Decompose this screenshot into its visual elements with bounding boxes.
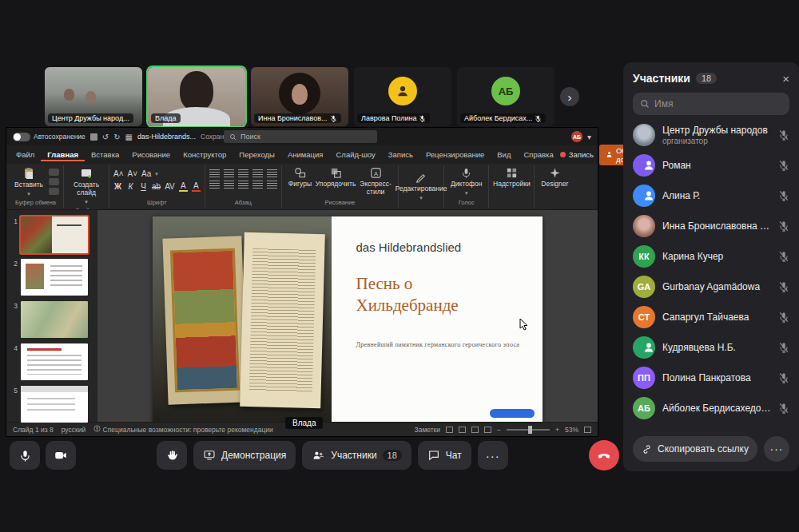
indent-increase-icon[interactable] bbox=[252, 169, 263, 177]
numbering-icon[interactable] bbox=[224, 169, 234, 177]
bullets-icon[interactable] bbox=[209, 169, 220, 177]
underline-button[interactable]: Ч bbox=[139, 182, 148, 191]
undo-icon[interactable]: ↺ bbox=[102, 133, 109, 141]
language-indicator[interactable]: русский bbox=[62, 426, 86, 434]
align-left-icon[interactable] bbox=[209, 181, 220, 189]
cut-icon[interactable] bbox=[49, 169, 59, 176]
slide-thumbnail[interactable] bbox=[21, 301, 88, 338]
justify-icon[interactable] bbox=[252, 181, 263, 189]
font-color-button[interactable]: A bbox=[192, 181, 201, 192]
accessibility-status[interactable]: Специальные возможности: проверьте реком… bbox=[93, 425, 273, 434]
ribbon-tab[interactable]: Справка bbox=[517, 148, 559, 161]
clear-format-icon[interactable]: Aa bbox=[141, 169, 151, 178]
participant-row[interactable]: КККарина Кучер bbox=[633, 241, 789, 272]
new-slide-button[interactable]: Создать слайд▾ bbox=[68, 166, 105, 206]
participant-row[interactable]: Инна Брониславовна Акин... bbox=[633, 211, 789, 241]
char-spacing-icon[interactable]: AV bbox=[165, 182, 175, 191]
ribbon-tab[interactable]: Файл bbox=[10, 148, 41, 161]
ribbon-tab[interactable]: Конструктор bbox=[177, 148, 233, 161]
record-button[interactable]: Запись bbox=[560, 150, 594, 159]
participants-button[interactable]: Участники 18 bbox=[302, 441, 411, 470]
addins-button[interactable]: Надстройки bbox=[493, 166, 530, 189]
bold-button[interactable]: Ж bbox=[113, 182, 122, 191]
save-icon[interactable] bbox=[90, 133, 97, 141]
raise-hand-button[interactable] bbox=[157, 441, 187, 470]
screen-share-button[interactable]: Демонстрация bbox=[193, 441, 296, 470]
slide-thumbnail[interactable] bbox=[21, 259, 88, 296]
video-tile[interactable]: Влада bbox=[148, 67, 245, 126]
next-participants-button[interactable]: › bbox=[560, 87, 579, 106]
slide-sorter-icon[interactable] bbox=[459, 427, 466, 433]
zoom-in-button[interactable]: + bbox=[555, 426, 559, 434]
copy-link-button[interactable]: Скопировать ссылку bbox=[633, 436, 757, 462]
participant-search-input[interactable] bbox=[654, 98, 782, 109]
participant-row[interactable]: Кудрявцева Н.Б. bbox=[633, 332, 789, 363]
align-right-icon[interactable] bbox=[238, 181, 248, 189]
video-tile[interactable]: АБАйболек Бердисах... bbox=[457, 67, 555, 126]
account-badge[interactable]: АБ bbox=[571, 131, 582, 142]
microphone-button[interactable] bbox=[10, 441, 40, 470]
quick-styles-button[interactable]: A Экспресс-стили bbox=[357, 166, 394, 197]
slide-thumbnail[interactable] bbox=[21, 216, 88, 253]
font-size-down-icon[interactable]: A˅ bbox=[128, 169, 138, 178]
align-center-icon[interactable] bbox=[224, 181, 234, 189]
zoom-level[interactable]: 53% bbox=[565, 426, 578, 434]
ribbon-tab[interactable]: Главная bbox=[41, 148, 85, 161]
line-spacing-icon[interactable] bbox=[267, 169, 277, 177]
ribbon-tab[interactable]: Слайд-шоу bbox=[330, 148, 382, 161]
chat-button[interactable]: Чат bbox=[418, 441, 471, 470]
designer-button[interactable]: Designer bbox=[539, 166, 570, 189]
slideshow-icon[interactable] bbox=[484, 427, 491, 433]
normal-view-icon[interactable] bbox=[446, 427, 453, 433]
ribbon-tab[interactable]: Вид bbox=[491, 148, 517, 161]
ribbon-tab[interactable]: Рецензирование bbox=[419, 148, 491, 161]
zoom-slider[interactable] bbox=[507, 429, 550, 431]
autosave-toggle[interactable]: Автосохранение bbox=[13, 133, 85, 141]
participant-row[interactable]: GAGurbanay Agamädowa bbox=[633, 272, 789, 302]
highlight-color-button[interactable]: A bbox=[179, 181, 188, 192]
close-panel-button[interactable]: × bbox=[782, 73, 789, 85]
columns-icon[interactable] bbox=[267, 181, 277, 189]
participant-row[interactable]: СТСапаргул Тайчаева bbox=[633, 302, 789, 332]
grid-icon[interactable]: ▦ bbox=[125, 133, 133, 141]
strikethrough-button[interactable]: ab bbox=[152, 182, 161, 191]
editing-button[interactable]: Редактирование▾ bbox=[403, 172, 439, 202]
ribbon-tab[interactable]: Запись bbox=[382, 148, 419, 161]
ribbon-tab[interactable]: Рисование bbox=[125, 148, 177, 161]
font-size-up-icon[interactable]: A˄ bbox=[113, 169, 124, 178]
slide-thumbnail[interactable] bbox=[21, 343, 88, 380]
italic-button[interactable]: К bbox=[126, 182, 135, 191]
more-options-button[interactable]: ··· bbox=[478, 441, 508, 470]
participant-search[interactable] bbox=[633, 93, 789, 115]
participant-row[interactable]: Центр Дружбы народоворганизатор bbox=[633, 120, 789, 150]
fit-to-window-icon[interactable] bbox=[584, 427, 591, 433]
reading-view-icon[interactable] bbox=[471, 427, 479, 433]
copy-icon[interactable] bbox=[49, 178, 59, 185]
participant-row[interactable]: АБАйболек Бердисахедова bbox=[633, 393, 789, 423]
zoom-out-button[interactable]: − bbox=[497, 426, 501, 434]
indent-decrease-icon[interactable] bbox=[238, 169, 248, 177]
format-painter-icon[interactable] bbox=[49, 188, 59, 195]
clipboard-mini-buttons[interactable] bbox=[49, 166, 59, 195]
slide-thumbnail[interactable] bbox=[21, 386, 88, 423]
dictate-button[interactable]: Диктофон▾ bbox=[448, 166, 484, 197]
participant-row[interactable]: Алина Р. bbox=[633, 181, 789, 211]
shapes-button[interactable]: Фигуры bbox=[286, 166, 314, 189]
panel-more-button[interactable]: ··· bbox=[764, 436, 789, 462]
camera-button[interactable] bbox=[46, 441, 76, 470]
video-tile[interactable]: Инна Брониславов... bbox=[251, 67, 348, 126]
ribbon-options-icon[interactable]: ▾ bbox=[587, 133, 591, 141]
ribbon-tab[interactable]: Анимация bbox=[281, 148, 330, 161]
redo-icon[interactable]: ↻ bbox=[113, 133, 120, 141]
ppt-search-box[interactable]: Поиск bbox=[224, 130, 377, 143]
participant-row[interactable]: Роман bbox=[633, 150, 789, 181]
ribbon-tab[interactable]: Переходы bbox=[233, 148, 281, 161]
video-tile[interactable]: Лаврова Полина bbox=[354, 67, 451, 126]
paste-button[interactable]: Вставить▾ bbox=[12, 166, 46, 198]
arrange-button[interactable]: Упорядочить bbox=[317, 166, 354, 189]
leave-call-button[interactable] bbox=[589, 440, 619, 470]
ribbon-tab[interactable]: Вставка bbox=[85, 148, 125, 161]
video-tile[interactable]: Центр Дружбы народ... bbox=[45, 67, 142, 126]
participant-row[interactable]: ПППолина Панкратова bbox=[633, 363, 789, 393]
notes-button[interactable]: Заметки bbox=[415, 426, 441, 434]
